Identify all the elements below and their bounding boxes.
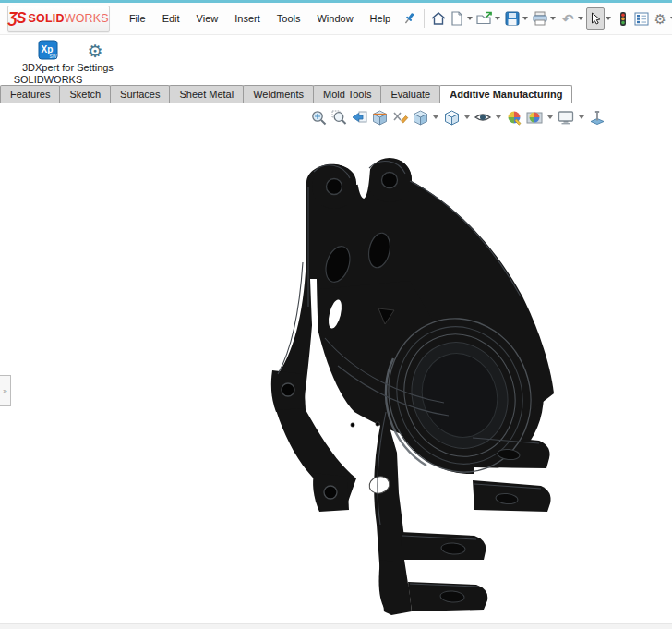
clevis-gap xyxy=(404,560,486,584)
addin-ribbon: Xp sw 3DXpert for SOLIDWORKS ⚙ Settings xyxy=(0,35,672,84)
under-bore-gap xyxy=(402,507,471,536)
settings-button[interactable]: ⚙ Settings xyxy=(54,38,137,74)
settings-label: Settings xyxy=(54,62,137,74)
tab-additive-manufacturing[interactable]: Additive Manufacturing xyxy=(439,85,572,103)
apply-scene-dropdown[interactable] xyxy=(547,115,553,119)
main-menu: File Edit View Insert Tools Window Help xyxy=(121,9,399,28)
view-settings-dropdown[interactable] xyxy=(579,115,584,119)
tab-sketch[interactable]: Sketch xyxy=(59,85,111,103)
status-bar-edge xyxy=(0,623,672,629)
toolbar-separator xyxy=(424,9,425,28)
view-settings-icon[interactable] xyxy=(556,106,576,128)
tab-weldments[interactable]: Weldments xyxy=(243,85,314,103)
ds-logo-mark: ƷS xyxy=(8,10,25,27)
tab-features[interactable]: Features xyxy=(0,85,60,103)
apply-scene-icon[interactable] xyxy=(524,106,545,128)
zoom-to-area-icon[interactable] xyxy=(329,106,349,128)
print-orientation-icon[interactable] xyxy=(587,106,607,128)
print-dropdown[interactable] xyxy=(550,17,556,20)
tab-surfaces[interactable]: Surfaces xyxy=(110,85,170,103)
menu-tools[interactable]: Tools xyxy=(269,9,309,28)
new-document-dropdown[interactable] xyxy=(467,17,473,20)
command-tabs: Features Sketch Surfaces Sheet Metal Wel… xyxy=(0,84,672,103)
menu-bar: ƷS SOLIDWORKS File Edit View Insert Tool… xyxy=(0,3,672,35)
collapse-chevron-icon: » xyxy=(3,387,6,395)
model-svg[interactable] xyxy=(246,142,564,629)
edit-appearance-icon[interactable] xyxy=(504,106,524,128)
hide-show-items-dropdown[interactable] xyxy=(496,115,501,119)
print-icon[interactable] xyxy=(531,7,549,30)
traffic-light-icon[interactable] xyxy=(614,7,632,30)
display-style-dropdown[interactable] xyxy=(464,115,470,119)
open-icon[interactable] xyxy=(475,7,494,30)
tab-mold-tools[interactable]: Mold Tools xyxy=(313,85,381,103)
feature-tree-collapse-tab[interactable]: » xyxy=(0,375,11,406)
undo-icon[interactable]: ↶ xyxy=(558,7,577,30)
options-gear-icon[interactable]: ⚙ xyxy=(651,7,669,30)
heads-up-toolbar xyxy=(308,106,607,128)
display-style-icon[interactable] xyxy=(441,106,462,128)
view-orientation-dropdown[interactable] xyxy=(433,115,438,119)
previous-view-icon[interactable] xyxy=(349,106,369,128)
select-tool-icon[interactable] xyxy=(586,7,605,30)
solidworks-logo: ƷS SOLIDWORKS xyxy=(7,6,110,32)
menu-insert[interactable]: Insert xyxy=(226,9,269,28)
settings-gear-icon: ⚙ xyxy=(87,42,102,60)
tab-sheet-metal[interactable]: Sheet Metal xyxy=(169,85,244,103)
zoom-to-fit-icon[interactable] xyxy=(308,106,329,128)
logo-text-solid: SOLID xyxy=(28,12,64,25)
model-3d[interactable] xyxy=(246,142,564,629)
logo-text-works: WORKS xyxy=(65,12,109,25)
home-icon[interactable] xyxy=(429,7,448,30)
menu-help[interactable]: Help xyxy=(362,9,400,28)
save-icon[interactable] xyxy=(503,7,522,30)
menu-edit[interactable]: Edit xyxy=(154,9,188,28)
select-tool-dropdown[interactable] xyxy=(606,17,611,20)
graphics-viewport[interactable]: » xyxy=(0,103,672,629)
hide-show-items-icon[interactable] xyxy=(473,106,493,128)
quick-access-toolbar: ↶ ⚙ S F.. xyxy=(401,7,672,30)
pin-icon[interactable] xyxy=(401,7,419,30)
save-dropdown[interactable] xyxy=(522,17,528,20)
new-document-icon[interactable] xyxy=(448,7,466,30)
dynamic-annotation-views-icon[interactable] xyxy=(390,106,410,128)
task-pane-icon[interactable] xyxy=(632,7,651,30)
undo-dropdown[interactable] xyxy=(578,17,583,20)
menu-window[interactable]: Window xyxy=(308,9,361,28)
menu-file[interactable]: File xyxy=(121,9,154,28)
section-view-icon[interactable] xyxy=(369,106,390,128)
tab-evaluate[interactable]: Evaluate xyxy=(380,85,440,103)
menu-view[interactable]: View xyxy=(188,9,227,28)
open-dropdown[interactable] xyxy=(495,17,500,20)
view-orientation-icon[interactable] xyxy=(410,106,430,128)
